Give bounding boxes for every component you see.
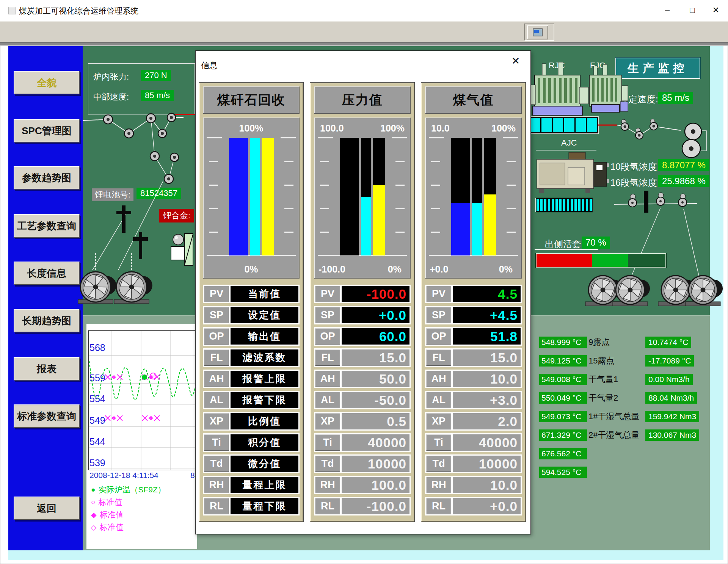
gauge-bar-fill bbox=[484, 194, 496, 255]
reading-value-0: 10.7474 °C bbox=[645, 337, 691, 348]
param-row: OP60.0 bbox=[314, 327, 411, 346]
param-code: FL bbox=[204, 349, 229, 366]
param-row: Ti40000 bbox=[314, 433, 411, 452]
param-value: 100.0 bbox=[342, 477, 410, 493]
gauge-tick bbox=[318, 137, 333, 138]
param-code: PV bbox=[315, 286, 340, 302]
param-value: 40000 bbox=[453, 434, 521, 451]
param-row: OP输出值 bbox=[203, 327, 300, 346]
reading-label-1: 15露点 bbox=[588, 355, 614, 367]
param-row: RH100.0 bbox=[314, 476, 411, 494]
gauge-bar-2 bbox=[373, 138, 385, 255]
gauge-tick bbox=[209, 208, 218, 209]
chart-legend-item-3: ◇标准值 bbox=[91, 522, 124, 533]
chart-legend-item-2: ◆标准值 bbox=[91, 509, 124, 520]
param-value: 设定值 bbox=[231, 307, 298, 323]
chart-y-tick-3: 549 bbox=[89, 415, 112, 426]
param-code: Td bbox=[315, 456, 340, 472]
param-code: XP bbox=[204, 413, 229, 429]
param-value: 15.0 bbox=[342, 349, 410, 366]
gauge-tick bbox=[395, 232, 405, 233]
param-value: 0.5 bbox=[342, 413, 410, 429]
param-code: RL bbox=[426, 498, 451, 514]
legend-marker-icon: ● bbox=[91, 486, 95, 494]
reading-value-4: 159.942 Nm3 bbox=[645, 411, 699, 422]
gauge-tick bbox=[507, 208, 516, 209]
param-row: XP2.0 bbox=[425, 412, 522, 431]
legend-label: 标准值 bbox=[100, 509, 124, 520]
param-code: AL bbox=[426, 392, 451, 408]
gauge-scale-label: 100.0 bbox=[320, 123, 344, 134]
gauge-tick bbox=[431, 208, 440, 209]
sensor-group bbox=[171, 233, 193, 265]
param-value: 50.0 bbox=[342, 371, 410, 387]
param-code: RH bbox=[315, 477, 340, 493]
param-code: OP bbox=[426, 328, 451, 345]
gauge-tick bbox=[207, 137, 222, 138]
temp-reading-5: 671.329 °C bbox=[539, 429, 587, 441]
param-value: 10.0 bbox=[453, 477, 521, 493]
param-value: 量程下限 bbox=[231, 498, 298, 514]
param-row: AL-50.0 bbox=[314, 391, 411, 409]
sidebar-item-1[interactable]: SPC管理图 bbox=[14, 119, 80, 143]
reading-label-4: 1#干湿气总量 bbox=[588, 411, 639, 422]
sidebar-item-7[interactable]: 标准参数查询 bbox=[14, 404, 80, 428]
gauge-bar-fill bbox=[250, 138, 260, 255]
chart-y-tick-0: 568 bbox=[89, 342, 112, 353]
legend-label: 标准值 bbox=[98, 497, 122, 508]
param-value: 4.5 bbox=[453, 286, 521, 302]
param-code: OP bbox=[204, 328, 229, 345]
temp-reading-3: 550.049 °C bbox=[539, 392, 587, 404]
gauge-bar-0 bbox=[229, 138, 248, 255]
dialog-close-icon[interactable]: ✕ bbox=[507, 53, 524, 69]
legend-marker-icon: ◆ bbox=[91, 511, 97, 519]
window-title: 煤炭加工可视化综合运维管理系统 bbox=[19, 6, 138, 16]
close-button[interactable]: ✕ bbox=[705, 2, 726, 18]
monitor-view-button[interactable] bbox=[527, 25, 548, 39]
param-code: RH bbox=[426, 477, 451, 493]
reading-label-3: 干气量2 bbox=[588, 392, 618, 404]
sidebar-item-4[interactable]: 长度信息 bbox=[14, 262, 80, 285]
sidebar-item-0[interactable]: 全貌 bbox=[14, 71, 80, 94]
temp-reading-1: 549.125 °C bbox=[539, 355, 587, 367]
param-code: SP bbox=[204, 307, 229, 323]
gauge-tick bbox=[503, 137, 518, 138]
param-row: Ti40000 bbox=[425, 433, 522, 452]
looper-bar-green bbox=[592, 254, 628, 267]
param-value: 报警下限 bbox=[231, 392, 298, 408]
param-value: 10.0 bbox=[453, 371, 521, 387]
temp-reading-0: 548.999 °C bbox=[539, 337, 587, 348]
bottom-strip bbox=[8, 550, 723, 560]
param-value: 2.0 bbox=[453, 413, 521, 429]
looper-bar-red bbox=[537, 254, 592, 267]
panel-title: 压力值 bbox=[314, 86, 411, 114]
looper-bar-rest bbox=[628, 254, 665, 267]
sidebar-item-2[interactable]: 参数趋势图 bbox=[14, 166, 80, 190]
hanger-icons bbox=[116, 205, 148, 259]
sidebar-item-5[interactable]: 长期趋势图 bbox=[14, 309, 80, 332]
param-code: XP bbox=[426, 413, 451, 429]
param-row: AH50.0 bbox=[314, 370, 411, 388]
app-window: 煤炭加工可视化综合运维管理系统 – □ ✕ 炉内张力: 270 N 中部速度: … bbox=[0, 0, 728, 564]
param-value: 滤波系数 bbox=[231, 349, 298, 366]
gauge-tick bbox=[209, 232, 218, 233]
param-row: RH量程上限 bbox=[203, 476, 300, 494]
param-row: PV4.5 bbox=[425, 285, 522, 303]
param-value: 10000 bbox=[453, 456, 521, 472]
minimize-button[interactable]: – bbox=[657, 2, 678, 18]
gauge-scale-label: -100.0 bbox=[318, 264, 345, 275]
dryer-tank-icon bbox=[534, 152, 610, 195]
param-value: 60.0 bbox=[342, 328, 410, 345]
content-frame-edge bbox=[0, 42, 728, 46]
gauge-tick bbox=[320, 185, 329, 186]
maximize-button[interactable]: □ bbox=[682, 2, 703, 18]
sidebar-item-3[interactable]: 工艺参数查询 bbox=[14, 214, 80, 238]
chart-y-tick-1: 559 bbox=[89, 373, 112, 384]
reading-label-5: 2#干湿气总量 bbox=[588, 429, 639, 441]
legend-marker-icon: ◇ bbox=[91, 523, 97, 532]
param-row: Ti积分值 bbox=[203, 433, 300, 452]
sidebar-item-6[interactable]: 报表 bbox=[14, 357, 80, 381]
gauge-tick bbox=[209, 185, 218, 186]
sidebar-item-8[interactable]: 返回 bbox=[14, 497, 80, 520]
reading-label-2: 干气量1 bbox=[588, 374, 618, 385]
